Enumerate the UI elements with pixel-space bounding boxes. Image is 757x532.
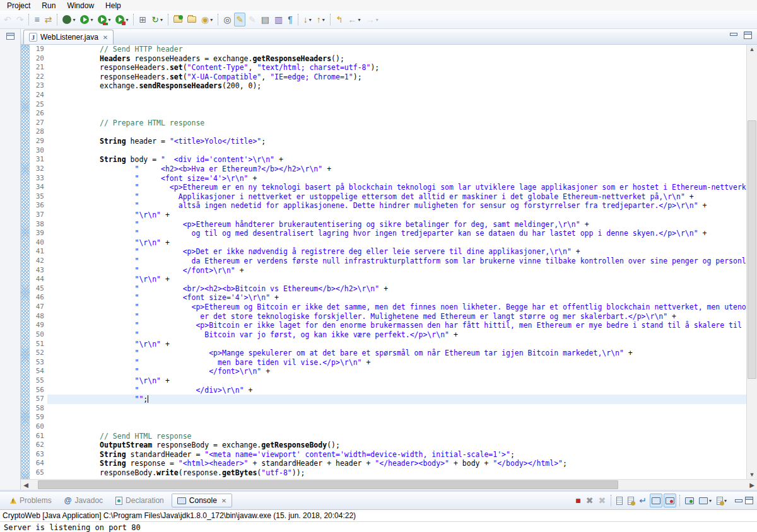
code-line[interactable]: ""; [47, 395, 746, 404]
chevron-down-icon[interactable]: ▾ [73, 17, 75, 23]
toggle-highlight-icon[interactable]: ✎ [234, 13, 245, 26]
horizontal-scrollbar[interactable]: ◀ ▶ [21, 479, 757, 490]
scroll-right-icon[interactable]: ▶ [747, 482, 757, 489]
code-line[interactable] [47, 109, 746, 119]
open-type-icon[interactable] [172, 13, 184, 26]
console-tab-console[interactable]: Console✕ [172, 494, 232, 507]
code-line[interactable]: " </font>\r\n" + [47, 266, 746, 275]
code-line[interactable]: " <p>Ethereum og Bitcoin er ikke det sam… [47, 303, 746, 312]
close-icon[interactable]: ✕ [220, 497, 226, 504]
remove-all-terminated-icon[interactable]: ✖ [597, 494, 608, 507]
chevron-down-icon[interactable]: ▾ [90, 17, 93, 23]
code-line[interactable]: " </div>\r\n" + [47, 386, 746, 395]
code-line[interactable]: " Applikasjoner i nettverket er ustoppel… [47, 192, 746, 202]
code-line[interactable]: " Bitcoin var jo først, og kan ikke være… [47, 330, 746, 340]
code-line[interactable]: " da Ethereum er verdens første null inf… [47, 257, 746, 266]
chevron-down-icon[interactable]: ▾ [160, 17, 163, 23]
chevron-down-icon[interactable]: ▾ [376, 17, 378, 23]
display-console-icon[interactable]: ▾ [697, 494, 713, 507]
code-editor[interactable]: // Send HTTP header Headers responseHead… [47, 45, 746, 479]
code-line[interactable]: "\r\n" + [47, 376, 746, 386]
maximize-console-icon[interactable] [745, 497, 753, 504]
scroll-left-icon[interactable]: ◀ [21, 482, 31, 489]
chevron-down-icon[interactable]: ▾ [108, 17, 110, 23]
chevron-down-icon[interactable]: ▾ [126, 17, 128, 23]
external-tools-icon[interactable]: ↻▾ [150, 13, 165, 26]
horizontal-scroll-thumb[interactable] [38, 480, 618, 489]
code-line[interactable]: OutputStream responseBody = exchange.get… [47, 441, 746, 450]
menu-run[interactable]: Run [36, 1, 61, 10]
code-line[interactable]: // Send HTTP header [47, 45, 746, 54]
code-line[interactable]: String header = "<title>Yolo</title>"; [47, 137, 746, 146]
console-tab-problems[interactable]: Problems [4, 494, 57, 507]
previous-annotation-icon[interactable]: ↑▾ [315, 13, 327, 26]
code-line[interactable]: // Prepare HTML response [47, 119, 746, 128]
code-line[interactable]: " og til og med desentralisert lagring h… [47, 229, 746, 238]
minimize-editor-icon[interactable] [729, 32, 737, 37]
code-line[interactable]: exchange.sendResponseHeaders(200, 0); [47, 81, 746, 91]
profile-icon[interactable]: ▾ [114, 13, 130, 26]
word-wrap-icon[interactable]: ↵ [637, 494, 648, 507]
terminate-icon[interactable]: ■ [573, 494, 582, 507]
code-line[interactable]: " er det store teknologiske forskjeller.… [47, 312, 746, 321]
show-source-icon[interactable]: ▥ [273, 13, 285, 26]
vertical-scrollbar[interactable]: ▲ ▼ [746, 45, 757, 479]
restore-view-button[interactable] [6, 33, 15, 40]
code-line[interactable]: " <br/><h2><b>Bitcoin vs Ethereum</b></h… [47, 284, 746, 294]
code-line[interactable] [47, 404, 746, 413]
search-icon[interactable]: ◉▾ [199, 13, 214, 26]
scroll-down-icon[interactable]: ▼ [749, 470, 755, 479]
code-line[interactable] [47, 100, 746, 110]
menu-help[interactable]: Help [100, 1, 127, 10]
debug-icon[interactable]: ▾ [61, 13, 77, 26]
clear-console-icon[interactable] [614, 494, 625, 507]
chevron-down-icon[interactable]: ▾ [724, 498, 727, 504]
remove-launch-icon[interactable]: ✖ [584, 494, 596, 507]
code-line[interactable]: responseBody.write(response.getBytes("ut… [47, 468, 746, 478]
show-whitespace-icon[interactable]: ¶ [286, 13, 295, 26]
code-line[interactable]: String response = "<html><header>" + sta… [47, 459, 746, 468]
code-line[interactable]: " <p>Det er ikke nødvendig å registrere … [47, 247, 746, 257]
last-edit-location-icon[interactable]: ↰ [334, 13, 345, 26]
code-line[interactable]: "\r\n" + [47, 238, 746, 248]
tab-weblistener[interactable]: J WebListener.java ✕ [23, 30, 114, 44]
code-line[interactable] [47, 422, 746, 432]
code-line[interactable]: " <p>Mange spekulerer om at det bare et … [47, 349, 746, 358]
menu-project[interactable]: Project [1, 1, 36, 10]
code-line[interactable]: Headers responseHeaders = exchange.getRe… [47, 54, 746, 64]
chevron-down-icon[interactable]: ▾ [322, 17, 325, 23]
sync-icon[interactable]: ⇄ [43, 13, 54, 26]
code-line[interactable]: String standardHeader = "<meta name='vie… [47, 450, 746, 460]
show-on-stdout-icon[interactable] [650, 494, 662, 507]
code-line[interactable] [47, 91, 746, 100]
chevron-down-icon[interactable]: ▾ [709, 498, 712, 504]
build-all-icon[interactable]: ⊞ [137, 13, 148, 26]
back-icon[interactable]: ←▾ [346, 13, 363, 26]
code-line[interactable]: " <p>Ethereum er en ny teknologi basert … [47, 183, 746, 192]
maximize-editor-icon[interactable] [744, 32, 752, 39]
chevron-down-icon[interactable]: ▾ [309, 17, 312, 23]
mark-occurrences-icon[interactable]: ◎ [221, 13, 233, 26]
code-line[interactable]: " </font>\r\n" + [47, 367, 746, 376]
open-console-icon[interactable]: ▾ [715, 494, 729, 507]
menu-window[interactable]: Window [61, 1, 100, 10]
code-line[interactable]: responseHeaders.set("X-UA-Compatible", "… [47, 72, 746, 82]
chevron-down-icon[interactable]: ▾ [210, 17, 213, 23]
run-icon[interactable]: ▾ [78, 13, 95, 26]
code-line[interactable]: " <p>Bitcoin er ikke laget for den enorm… [47, 321, 746, 330]
code-line[interactable]: " altså ingen nedetid for applikasjonene… [47, 201, 746, 211]
open-resource-icon[interactable] [185, 13, 198, 26]
console-tab-declaration[interactable]: Declaration [110, 494, 169, 507]
code-line[interactable]: responseHeaders.set("Content-Type", "tex… [47, 63, 746, 72]
pin-console-icon[interactable] [683, 494, 696, 507]
vertical-scroll-thumb[interactable] [748, 120, 756, 379]
code-line[interactable]: "\r\n" + [47, 275, 746, 284]
code-line[interactable]: " <font size='4'>\r\n" + [47, 174, 746, 183]
code-line[interactable]: String body = " <div id='content'>\r\n" … [47, 155, 746, 165]
show-on-stderr-icon[interactable] [664, 494, 676, 507]
chevron-down-icon[interactable]: ▾ [358, 17, 361, 23]
line-number-ruler[interactable]: 1920212223242526272829303132333435363738… [30, 45, 47, 479]
code-line[interactable]: "\r\n" + [47, 340, 746, 349]
minimize-console-icon[interactable] [734, 498, 742, 504]
code-line[interactable]: " <font size='4'>\r\n" + [47, 293, 746, 303]
